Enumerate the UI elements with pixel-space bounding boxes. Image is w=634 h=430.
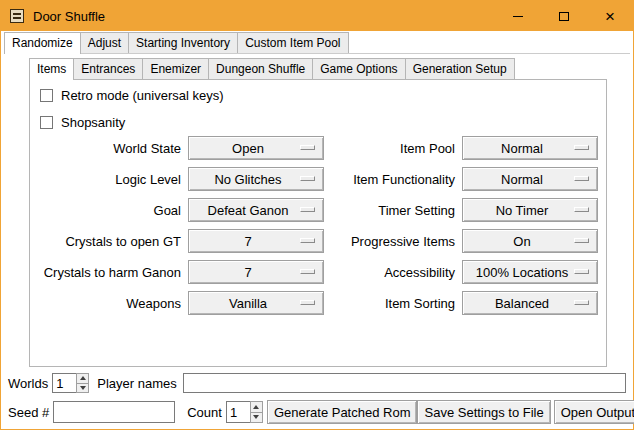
tab-starting-inventory[interactable]: Starting Inventory (128, 32, 238, 53)
dropdown-indicator-icon (300, 176, 315, 181)
app-icon (10, 9, 24, 23)
dropdown-indicator-icon (574, 145, 589, 150)
logic-level-label: Logic Level (38, 172, 188, 187)
spin-down-button[interactable] (76, 384, 89, 394)
setting-row: Weapons Vanilla (38, 291, 324, 315)
tab-items[interactable]: Items (29, 58, 74, 80)
outer-notebook: Randomize Adjust Starting Inventory Cust… (4, 32, 630, 54)
player-names-input[interactable] (183, 373, 626, 393)
worlds-input[interactable] (52, 373, 76, 393)
count-input[interactable] (226, 401, 250, 423)
timer-setting-dropdown[interactable]: No Timer (462, 198, 598, 222)
dropdown-indicator-icon (574, 238, 589, 243)
setting-row: Logic Level No Glitches (38, 167, 324, 191)
inner-notebook: Items Entrances Enemizer Dungeon Shuffle… (29, 58, 607, 367)
tab-enemizer[interactable]: Enemizer (142, 58, 209, 79)
worlds-spinner (52, 373, 89, 393)
tab-dungeon-shuffle[interactable]: Dungeon Shuffle (208, 58, 313, 79)
retro-mode-label: Retro mode (universal keys) (61, 88, 224, 103)
spin-down-button[interactable] (250, 413, 263, 424)
spin-up-button[interactable] (250, 401, 263, 413)
setting-row: Crystals to harm Ganon 7 (38, 260, 324, 284)
tab-game-options[interactable]: Game Options (312, 58, 405, 79)
item-sorting-value: Balanced (495, 296, 565, 311)
setting-row: Item Pool Normal (334, 136, 598, 160)
tab-adjust[interactable]: Adjust (80, 32, 129, 53)
dropdown-indicator-icon (574, 300, 589, 305)
spin-up-button[interactable] (76, 373, 89, 384)
accessibility-dropdown[interactable]: 100% Locations (462, 260, 598, 284)
progressive-items-value: On (513, 234, 546, 249)
crystals-ganon-value: 7 (244, 265, 267, 280)
progressive-items-dropdown[interactable]: On (462, 229, 598, 253)
setting-row: Crystals to open GT 7 (38, 229, 324, 253)
dropdown-indicator-icon (574, 176, 589, 181)
open-output-directory-button[interactable]: Open Output Directory (554, 400, 634, 424)
dropdown-indicator-icon (300, 238, 315, 243)
timer-setting-value: No Timer (496, 203, 565, 218)
weapons-dropdown[interactable]: Vanilla (188, 291, 324, 315)
tab-entrances[interactable]: Entrances (73, 58, 143, 79)
crystals-gt-dropdown[interactable]: 7 (188, 229, 324, 253)
setting-row: Timer Setting No Timer (334, 198, 598, 222)
goal-dropdown[interactable]: Defeat Ganon (188, 198, 324, 222)
crystals-ganon-dropdown[interactable]: 7 (188, 260, 324, 284)
shopsanity-checkbox[interactable] (40, 116, 53, 129)
retro-mode-row: Retro mode (universal keys) (40, 88, 606, 103)
seed-label: Seed # (8, 405, 49, 420)
item-sorting-dropdown[interactable]: Balanced (462, 291, 598, 315)
world-state-label: World State (38, 141, 188, 156)
count-spinner (226, 401, 263, 423)
player-names-label: Player names (97, 376, 176, 391)
shopsanity-label: Shopsanity (61, 115, 125, 130)
dropdown-indicator-icon (300, 269, 315, 274)
worlds-spinner-buttons (76, 373, 89, 393)
accessibility-label: Accessibility (334, 265, 462, 280)
outer-tabstrip: Randomize Adjust Starting Inventory Cust… (4, 32, 630, 54)
settings-column-left: World State Open Logic Level No Glitches (38, 136, 324, 322)
accessibility-value: 100% Locations (476, 265, 585, 280)
progressive-items-label: Progressive Items (334, 234, 462, 249)
item-sorting-label: Item Sorting (334, 296, 462, 311)
item-pool-dropdown[interactable]: Normal (462, 136, 598, 160)
weapons-value: Vanilla (229, 296, 283, 311)
close-icon: × (605, 8, 615, 25)
retro-mode-checkbox[interactable] (40, 89, 53, 102)
count-spinner-buttons (250, 401, 263, 423)
maximize-icon (559, 12, 569, 21)
close-button[interactable]: × (587, 1, 633, 31)
dropdown-indicator-icon (300, 300, 315, 305)
save-settings-button[interactable]: Save Settings to File (417, 400, 550, 424)
dropdown-indicator-icon (300, 145, 315, 150)
window-title: Door Shuffle (33, 9, 105, 24)
shopsanity-row: Shopsanity (40, 115, 606, 130)
item-pool-value: Normal (501, 141, 559, 156)
seed-input[interactable] (53, 401, 175, 423)
count-label: Count (187, 405, 222, 420)
arrow-down-icon (253, 415, 259, 419)
setting-row: Progressive Items On (334, 229, 598, 253)
logic-level-dropdown[interactable]: No Glitches (188, 167, 324, 191)
dropdown-indicator-icon (300, 207, 315, 212)
timer-setting-label: Timer Setting (334, 203, 462, 218)
tab-custom-item-pool[interactable]: Custom Item Pool (237, 32, 348, 53)
item-functionality-dropdown[interactable]: Normal (462, 167, 598, 191)
setting-row: Goal Defeat Ganon (38, 198, 324, 222)
item-functionality-label: Item Functionality (334, 172, 462, 187)
minimize-button[interactable] (495, 1, 541, 31)
crystals-ganon-label: Crystals to harm Ganon (38, 265, 188, 280)
item-functionality-value: Normal (501, 172, 559, 187)
dropdown-indicator-icon (574, 269, 589, 274)
world-state-dropdown[interactable]: Open (188, 136, 324, 160)
maximize-button[interactable] (541, 1, 587, 31)
arrow-down-icon (80, 386, 86, 390)
bottom-row-1: Worlds Player names (8, 372, 626, 394)
tab-randomize[interactable]: Randomize (4, 32, 81, 54)
titlebar[interactable]: Door Shuffle × (1, 1, 633, 31)
setting-row: Accessibility 100% Locations (334, 260, 598, 284)
window: Door Shuffle × Randomize Adjust Starting… (0, 0, 634, 430)
generate-patched-rom-button[interactable]: Generate Patched Rom (267, 400, 418, 424)
settings-column-right: Item Pool Normal Item Functionality Norm… (334, 136, 598, 322)
worlds-label: Worlds (8, 376, 48, 391)
tab-generation-setup[interactable]: Generation Setup (405, 58, 515, 79)
